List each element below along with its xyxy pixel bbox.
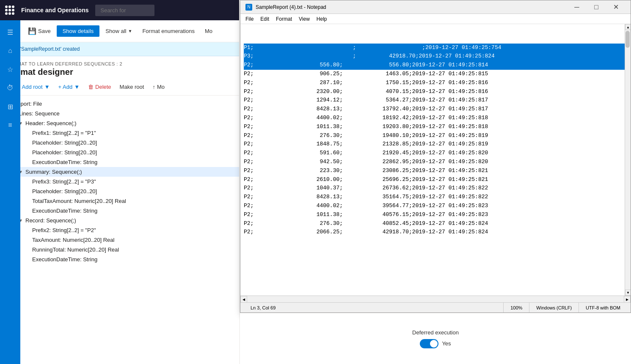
deferred-toggle[interactable] [420,339,438,348]
bottom-panel: Deferred execution Yes [240,313,631,364]
infobar: ℹ File 'SampleReport.txt' created [0,42,239,56]
tree-toggle [25,208,30,213]
add-label: + Add [58,84,73,90]
tree-item-execution-header[interactable]: ExecutionDateTime: String [0,157,239,167]
save-button[interactable]: 💾 Save [24,25,55,38]
notepad-statusbar: Ln 3, Col 69 100% Windows (CRLF) UTF-8 w… [240,302,631,312]
scroll-thumb-v[interactable] [625,31,630,48]
tree-toggle [25,189,30,194]
more-button[interactable]: Mo [201,25,217,37]
star-icon[interactable]: ☆ [2,61,19,78]
close-button[interactable]: ✕ [606,0,625,14]
notepad-titlebar: N SampleReport (4).txt - Notepad ─ □ ✕ [240,0,631,14]
tree-item-execution-record[interactable]: ExecutionDateTime: String [0,255,239,264]
scroll-right-arrow[interactable]: ▶ [624,296,631,303]
more-actions-button[interactable]: ↑ Mo [150,82,167,92]
content-header: FORMAT TO LEARN DEFERRED SEQUENCES : 2 F… [0,56,239,79]
notepad-line: P1; ; ;2019-12-27 01:49:25:754 [244,44,627,52]
tree-item-label: ExecutionDateTime: String [32,256,97,263]
tree-item-placeholder-2[interactable]: Placeholder: String[20..20] [0,148,239,157]
tree-item-label: Prefix2: String[2..2] = "P2" [32,227,96,233]
tree-item-label: ExecutionDateTime: String [32,159,97,165]
notepad-line: P2; 1011.38; 40576.15;2019-12-27 01:49:2… [244,211,627,219]
tree-item-placeholder-1[interactable]: Placeholder: String[20..20] [0,138,239,148]
save-icon: 💾 [28,27,36,35]
menu-help[interactable]: Help [313,15,331,23]
deferred-label: Deferred execution [412,329,459,336]
tree-item-record[interactable]: ▼ Record: Sequence(;) [0,216,239,225]
notepad-scrollbar-h[interactable]: ◀ ▶ [240,296,631,302]
tree-item-tax-amount[interactable]: TaxAmount: Numeric[20..20] Real [0,235,239,245]
tree-item-prefix3[interactable]: Prefix3: String[2..2] = "P3" [0,177,239,186]
minimize-button[interactable]: ─ [567,0,587,14]
add-button[interactable]: + Add ▼ [56,82,83,92]
notepad-line: P2; 906.25; 1463.05;2019-12-27 01:49:25:… [244,70,627,79]
tree-item-lines[interactable]: ▼ Lines: Sequence [0,109,239,118]
add-root-chevron: ▼ [44,84,50,90]
search-input[interactable] [95,5,154,16]
app-title: Finance and Operations [21,7,88,14]
delete-icon: 🗑 [88,84,94,90]
notepad-content[interactable]: P1; ; ;2019-12-27 01:49:25:754P3; ; 4291… [240,24,631,296]
recent-icon[interactable]: ⏱ [2,79,19,96]
infobar-message: File 'SampleReport.txt' created [11,46,80,52]
maximize-button[interactable]: □ [587,0,606,14]
tree-item-placeholder-3[interactable]: Placeholder: String[20..20] [0,186,239,196]
tree-item-total-tax[interactable]: TotalTaxAmount: Numeric[20..20] Real [0,196,239,206]
delete-label: Delete [95,84,111,90]
add-root-label: + Add root [17,84,43,90]
scroll-up-arrow[interactable]: ▲ [625,24,631,30]
menu-edit[interactable]: Edit [257,15,273,23]
delete-button[interactable]: 🗑 Delete [85,82,114,92]
menu-file[interactable]: File [242,15,257,23]
content-subtitle: FORMAT TO LEARN DEFERRED SEQUENCES : 2 [7,61,232,66]
show-details-button[interactable]: Show details [57,25,100,37]
show-all-button[interactable]: Show all ▼ [101,25,136,37]
hamburger-icon[interactable]: ☰ [2,24,19,41]
menu-format[interactable]: Format [273,15,295,23]
status-line-ending: Windows (CRLF) [529,303,579,312]
notepad-line: P2; 287.10; 1750.15;2019-12-27 01:49:25:… [244,79,627,88]
dashboard-icon[interactable]: ⊞ [2,98,19,115]
tree-item-execution-summary[interactable]: ExecutionDateTime: String [0,206,239,216]
tree-item-report-file[interactable]: ▼ Report: File [0,99,239,109]
add-chevron: ▼ [74,84,80,90]
notepad-text-area: P1; ; ;2019-12-27 01:49:25:754P3; ; 4291… [240,24,631,238]
notepad-scrollbar-v[interactable]: ▲ ▼ [625,24,631,296]
tree-item-summary[interactable]: ▼ Summary: Sequence(;) [0,167,239,177]
tree-item-label: RunningTotal: Numeric[20..20] Real [32,246,119,253]
tree-item-prefix2[interactable]: Prefix2: String[2..2] = "P2" [0,225,239,235]
format-enumerations-button[interactable]: Format enumerations [138,25,199,37]
tree-item-running-total[interactable]: RunningTotal: Numeric[20..20] Real [0,245,239,255]
scroll-down-arrow[interactable]: ▼ [625,290,631,296]
fo-content: FORMAT TO LEARN DEFERRED SEQUENCES : 2 F… [0,56,239,364]
notepad-line: P2; 2066.25; 42918.70;2019-12-27 01:49:2… [244,228,627,237]
scroll-left-arrow[interactable]: ◀ [240,296,247,303]
notepad-line: P2; 591.60; 21920.45;2019-12-27 01:49:25… [244,149,627,158]
tree-toolbar: ▽ + Add root ▼ + Add ▼ 🗑 Delete Make roo… [0,79,239,96]
menu-view[interactable]: View [295,15,313,23]
tree-toggle [25,179,30,184]
tree-toggle [25,247,30,252]
tree-toggle [25,257,30,262]
tree-toggle [25,199,30,203]
list-icon[interactable]: ≡ [2,117,19,134]
notepad-line: P2; 223.30; 23086.25;2019-12-27 01:49:25… [244,167,627,175]
home-icon[interactable]: ⌂ [2,42,19,59]
tree-item-header[interactable]: ▼ Header: Sequence(;) [0,118,239,128]
add-root-button[interactable]: + Add root ▼ [15,82,52,92]
chevron-down-icon: ▼ [128,29,132,33]
notepad-window-controls: ─ □ ✕ [567,0,625,14]
fo-app: Finance and Operations ☰ ⌂ ☆ ⏱ ⊞ ≡ 💾 Sav… [0,0,239,364]
tree-item-prefix1[interactable]: Prefix1: String[2..2] = "P1" [0,128,239,138]
make-root-button[interactable]: Make root [117,82,147,92]
tree-toggle [25,160,30,164]
app-dots-icon [5,5,14,15]
status-encoding: UTF-8 with BOM [579,303,627,312]
tree-toggle [25,131,30,135]
notepad-line: P2; 4400.02; 18192.42;2019-12-27 01:49:2… [244,114,627,123]
tree-toggle [25,150,30,155]
tree-item-label: Placeholder: String[20..20] [32,140,97,146]
status-zoom: 100% [504,303,529,312]
tree-item-label: TaxAmount: Numeric[20..20] Real [32,237,114,243]
